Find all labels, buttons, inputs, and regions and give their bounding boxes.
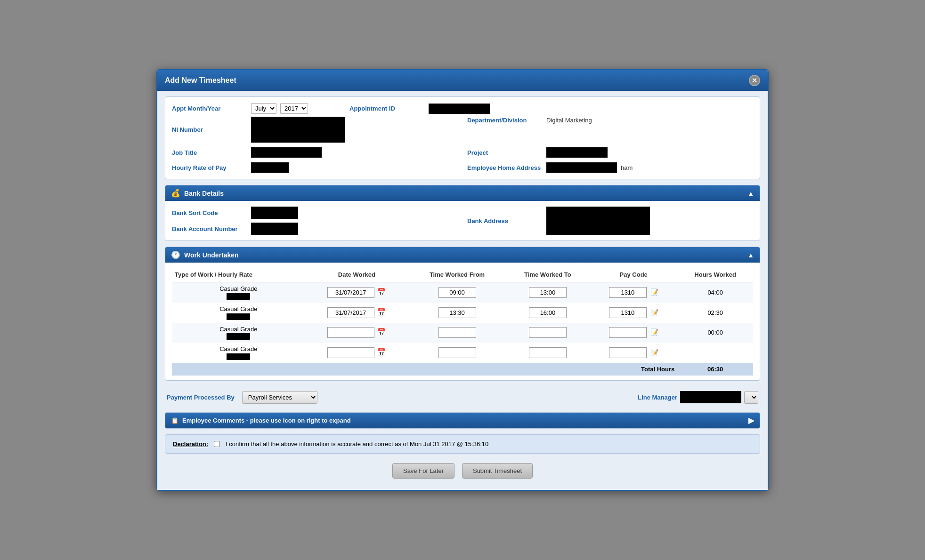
time-from-cell — [408, 303, 505, 323]
time-to-input[interactable] — [529, 307, 567, 318]
comments-header-inner: 📋 Employee Comments - please use icon on… — [171, 417, 351, 424]
calendar-icon[interactable]: 📅 — [377, 328, 386, 336]
col-time-to: Time Worked To — [506, 267, 590, 282]
time-to-cell — [506, 303, 590, 323]
employee-info-grid: NI Number Department/Division Digital Ma… — [172, 115, 753, 174]
comments-header: 📋 Employee Comments - please use icon on… — [165, 413, 760, 428]
modal-close-button[interactable]: ✕ — [749, 75, 760, 86]
sort-code-value — [251, 207, 298, 219]
pay-code-input[interactable] — [609, 287, 647, 298]
work-section-header: 🕐 Work Undertaken ▲ — [165, 247, 760, 263]
clock-icon: 🕐 — [171, 250, 180, 259]
date-input[interactable] — [327, 307, 374, 318]
time-to-input[interactable] — [529, 327, 567, 338]
calendar-icon[interactable]: 📅 — [377, 348, 386, 356]
payment-select[interactable]: Payroll Services Other — [242, 391, 317, 404]
appt-id-label: Appointment ID — [349, 105, 425, 112]
ni-value — [251, 117, 345, 143]
home-address-label: Employee Home Address — [467, 164, 543, 171]
bank-account-row: Bank Account Number — [172, 223, 458, 235]
bank-address-value — [546, 207, 650, 235]
col-type: Type of Work / Hourly Rate — [172, 267, 305, 282]
pay-code-cell: 📝 — [590, 282, 677, 303]
hourly-rate-redacted — [227, 333, 250, 340]
bank-sort-code-group: Bank Sort Code Bank Account Number — [172, 207, 458, 235]
calendar-icon[interactable]: 📅 — [377, 288, 386, 296]
comments-header-label: Employee Comments - please use icon on r… — [182, 417, 351, 424]
col-date: Date Worked — [305, 267, 409, 282]
time-from-input[interactable] — [438, 347, 476, 358]
declaration-checkbox[interactable] — [214, 441, 220, 447]
time-from-input[interactable] — [438, 327, 476, 338]
time-to-input[interactable] — [529, 347, 567, 358]
pay-code-input[interactable] — [609, 347, 647, 358]
dept-value: Digital Marketing — [546, 117, 592, 124]
pay-code-input[interactable] — [609, 307, 647, 318]
time-to-input[interactable] — [529, 287, 567, 298]
hourly-rate-value — [251, 162, 289, 173]
bank-toggle[interactable]: ▲ — [747, 190, 754, 197]
appt-row: Appt Month/Year July 2017 Appointment ID — [172, 102, 753, 115]
work-date-cell: 📅 — [305, 303, 409, 323]
ni-label: NI Number — [172, 126, 247, 133]
modal-title: Add New Timesheet — [165, 76, 236, 85]
pay-code-cell: 📝 — [590, 303, 677, 323]
appt-label: Appt Month/Year — [172, 105, 247, 112]
work-toggle[interactable]: ▲ — [747, 251, 754, 259]
total-hours-row: Total Hours 06:30 — [172, 363, 753, 376]
ni-row: NI Number — [172, 115, 458, 144]
col-pay-code: Pay Code — [590, 267, 677, 282]
job-title-row: Job Title — [172, 146, 458, 159]
line-manager-select[interactable] — [744, 391, 758, 404]
work-header-label: Work Undertaken — [184, 251, 239, 259]
bank-grid: Bank Sort Code Bank Account Number Bank … — [172, 207, 753, 235]
project-label: Project — [467, 149, 543, 156]
hourly-rate-label: Hourly Rate of Pay — [172, 164, 247, 171]
bank-sort-row: Bank Sort Code — [172, 207, 458, 219]
home-address-partial: ham — [621, 164, 633, 171]
hourly-rate-redacted — [227, 293, 250, 300]
save-for-later-button[interactable]: Save For Later — [392, 463, 454, 479]
bank-details-section: 💰 Bank Details ▲ Bank Sort Code Bank Acc… — [165, 185, 760, 241]
payment-label: Payment Processed By — [167, 394, 235, 401]
table-row: Casual Grade 📅 📝04:00 — [172, 282, 753, 303]
date-input[interactable] — [327, 287, 374, 298]
edit-icon[interactable]: 📝 — [650, 349, 658, 356]
time-from-input[interactable] — [438, 307, 476, 318]
work-table: Type of Work / Hourly Rate Date Worked T… — [172, 267, 753, 375]
declaration-text: I confirm that all the above information… — [226, 440, 488, 448]
job-title-label: Job Title — [172, 149, 247, 156]
edit-icon[interactable]: 📝 — [650, 288, 658, 296]
total-hours-label: Total Hours — [590, 363, 677, 376]
work-type-cell: Casual Grade — [172, 303, 305, 323]
edit-icon[interactable]: 📝 — [650, 309, 658, 316]
comments-section: 📋 Employee Comments - please use icon on… — [165, 412, 760, 429]
comments-toggle[interactable]: ▶ — [748, 416, 754, 425]
edit-icon[interactable]: 📝 — [650, 328, 658, 336]
appt-year-select[interactable]: 2017 — [280, 103, 308, 114]
table-row: Casual Grade 📅 📝00:00 — [172, 323, 753, 343]
pay-code-input[interactable] — [609, 327, 647, 338]
work-table-header-row: Type of Work / Hourly Rate Date Worked T… — [172, 267, 753, 282]
sort-code-label: Bank Sort Code — [172, 209, 247, 216]
work-header-title: 🕐 Work Undertaken — [171, 250, 239, 259]
time-to-cell — [506, 323, 590, 343]
modal-body: Appt Month/Year July 2017 Appointment ID… — [157, 91, 768, 489]
modal-container: Add New Timesheet ✕ Appt Month/Year July… — [156, 69, 769, 490]
date-input[interactable] — [327, 347, 374, 358]
hourly-rate-redacted — [227, 353, 250, 360]
declaration-box: Declaration: I confirm that all the abov… — [165, 434, 760, 454]
pay-code-cell: 📝 — [590, 323, 677, 343]
work-type-cell: Casual Grade — [172, 323, 305, 343]
appt-id-value — [429, 104, 490, 114]
work-date-cell: 📅 — [305, 282, 409, 303]
time-from-input[interactable] — [438, 287, 476, 298]
calendar-icon[interactable]: 📅 — [377, 308, 386, 316]
time-to-cell — [506, 343, 590, 363]
work-date-cell: 📅 — [305, 343, 409, 363]
account-label: Bank Account Number — [172, 225, 247, 232]
date-input[interactable] — [327, 327, 374, 338]
appt-month-select[interactable]: July — [251, 103, 276, 114]
submit-timesheet-button[interactable]: Submit Timesheet — [462, 463, 533, 479]
hourly-rate-redacted — [227, 313, 250, 320]
